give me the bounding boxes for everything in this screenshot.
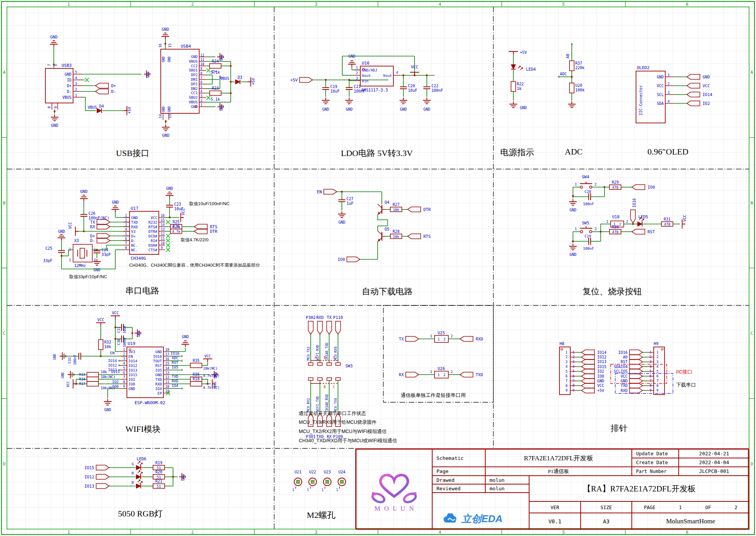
jumper-box <box>383 305 493 402</box>
label: GND <box>400 107 407 111</box>
label: VCC <box>213 381 217 387</box>
ref-des: D4 <box>99 104 104 108</box>
label: 1 <box>75 93 77 97</box>
label: GND <box>182 335 189 339</box>
ref-des: R17 <box>79 382 85 386</box>
section-title-usb: USB接口 <box>87 148 179 159</box>
ref-des: U22 <box>309 470 316 474</box>
tb-create-date: 2022-04-04 <box>679 458 749 467</box>
ref-des: C21 <box>354 85 361 89</box>
label: 5 <box>125 232 127 236</box>
frame-row-label: A <box>3 70 6 75</box>
net-label: RXD <box>476 337 483 341</box>
net-flag <box>632 229 645 234</box>
ref-des: C26 <box>88 211 95 216</box>
frame-row-label: B <box>751 201 753 206</box>
power-bar <box>75 227 78 236</box>
no-connect-dot <box>118 365 120 367</box>
label: Vout <box>362 73 371 78</box>
ref-des: Q5 <box>385 227 390 231</box>
label: 3 <box>75 82 77 86</box>
part-name: IIC-Connector <box>639 85 643 115</box>
label: 3 <box>356 76 358 80</box>
net-label: TXD <box>172 374 178 378</box>
no-connect-dot <box>181 360 183 362</box>
label: DSR# <box>148 243 157 247</box>
capacitor <box>589 238 591 245</box>
value: 10uF <box>408 88 417 93</box>
label: VBUS <box>62 95 72 100</box>
switch-pad <box>327 363 331 365</box>
wire <box>378 204 382 208</box>
frame-column-label: 6 <box>686 2 689 7</box>
net-flag <box>408 207 421 212</box>
label: 1 <box>336 488 338 492</box>
label: 5 <box>75 70 77 74</box>
tb-page-value: P1通信板 <box>485 467 632 476</box>
label: 16 <box>161 214 165 217</box>
label: CC2 <box>191 64 198 68</box>
label: GND <box>162 56 165 62</box>
net-flag <box>629 355 643 360</box>
no-connect-dot <box>181 355 183 357</box>
net-flag <box>378 212 380 215</box>
resistor <box>569 83 574 93</box>
gnd-symbol <box>322 98 330 104</box>
net-label: TXD <box>476 372 483 377</box>
frame-column-label: 1 <box>68 2 70 7</box>
section-title-ldo: LDO电路 5V转3.3V <box>319 148 435 159</box>
net-label: IO4 <box>172 383 178 388</box>
label: +5V <box>127 107 132 114</box>
label: 7 <box>47 64 51 66</box>
label: 5 <box>123 366 125 370</box>
section-title-serial: 串口电路 <box>104 285 181 297</box>
ref-des: R28 <box>393 229 400 234</box>
label: 2 <box>451 370 453 374</box>
label: 9 <box>566 388 568 392</box>
tb-page-label: Page <box>432 467 485 476</box>
net-label: D+ <box>90 234 95 238</box>
label: IO0 <box>128 382 135 386</box>
resistor <box>87 382 98 386</box>
net-label: EN <box>317 189 322 194</box>
label: NC. <box>131 243 138 247</box>
section-title-adc: ADC <box>551 147 597 157</box>
net-flag <box>581 388 594 393</box>
label: TOUT <box>153 359 162 363</box>
label: 9 <box>123 385 125 388</box>
no-connect-x <box>166 248 170 252</box>
net-label: +5V <box>597 388 604 393</box>
net-label: IO13 <box>85 484 94 488</box>
net-label: RXD <box>316 315 324 320</box>
net-label: IO0 <box>648 185 655 189</box>
net-flag <box>629 374 643 379</box>
net-flag <box>327 321 332 334</box>
iic-label: IIC接口 <box>676 369 693 375</box>
net-flag <box>95 83 108 88</box>
power-bar <box>111 316 120 319</box>
label: GND <box>520 106 527 110</box>
label: 2 <box>626 220 628 224</box>
no-connect-x <box>85 78 89 82</box>
net-flag <box>96 465 109 470</box>
capacitor <box>346 88 353 90</box>
no-connect-dot <box>118 360 120 362</box>
power-bar <box>203 359 212 362</box>
value: 10k(NC) <box>101 375 115 379</box>
ref-des: R32 <box>104 340 111 344</box>
label: D- <box>67 90 72 94</box>
frame-column-label: 5 <box>562 530 565 535</box>
label: V3 <box>131 229 135 234</box>
diode <box>136 465 141 470</box>
net-label: IO15 <box>597 365 606 369</box>
ref-des: C28 <box>584 189 591 194</box>
tb-drawed-label: Drawed <box>432 476 485 484</box>
label: GND <box>569 252 576 257</box>
value: 51 <box>157 466 161 470</box>
tb-ver-value: V0.1 <box>529 513 581 530</box>
net-flag <box>581 378 594 383</box>
value: 5.1k <box>211 97 220 101</box>
net-label: WIFI_TXD <box>316 396 320 412</box>
label: 18 <box>165 348 169 352</box>
label: SBU2 <box>189 95 198 100</box>
